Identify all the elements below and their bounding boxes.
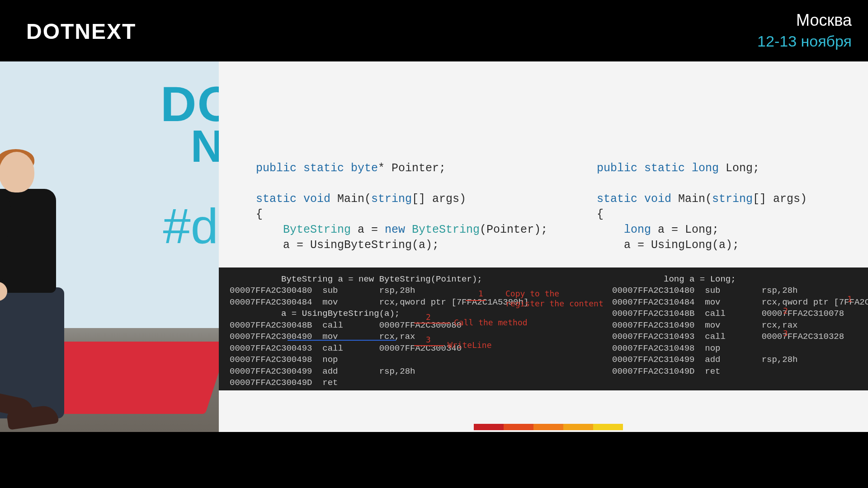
- annot-text: register the content: [505, 298, 604, 309]
- annot-text: Call the method: [454, 317, 528, 328]
- annot-number: 1: [478, 288, 483, 299]
- disassembly-block: ByteString a = new ByteString(Pointer); …: [219, 267, 868, 390]
- slide: public static byte* Pointer; static void…: [219, 61, 868, 432]
- annot-number: 3: [426, 334, 431, 345]
- backdrop-text: #do: [163, 197, 219, 254]
- annot-text: Copy to the: [505, 288, 559, 299]
- annot-number: 2: [783, 305, 788, 316]
- annot-number: 1: [847, 294, 852, 305]
- backdrop-text: N: [191, 120, 219, 172]
- header-dates: 12-13 ноября: [757, 33, 852, 50]
- color-bar: [474, 424, 623, 430]
- header: DOTNEXT Москва 12-13 ноября: [0, 0, 868, 61]
- speaker-figure: [0, 152, 76, 432]
- annot-number: 3: [783, 328, 788, 339]
- highlight-underline: [288, 340, 396, 341]
- annot-line: [414, 345, 444, 346]
- annot-line: [414, 323, 450, 324]
- asm-right: long a = Long; 00007FFA2C310480 sub rsp,…: [612, 274, 865, 377]
- header-city: Москва: [796, 11, 852, 30]
- asm-left: ByteString a = new ByteString(Pointer); …: [230, 274, 546, 389]
- annot-line: [466, 300, 486, 301]
- annot-number: 2: [426, 312, 431, 323]
- annot-text: WriteLine: [448, 340, 492, 351]
- camera-feed: DO N #do: [0, 61, 219, 432]
- brand-logo: DOTNEXT: [26, 19, 136, 44]
- letterbox-bottom: [0, 432, 868, 488]
